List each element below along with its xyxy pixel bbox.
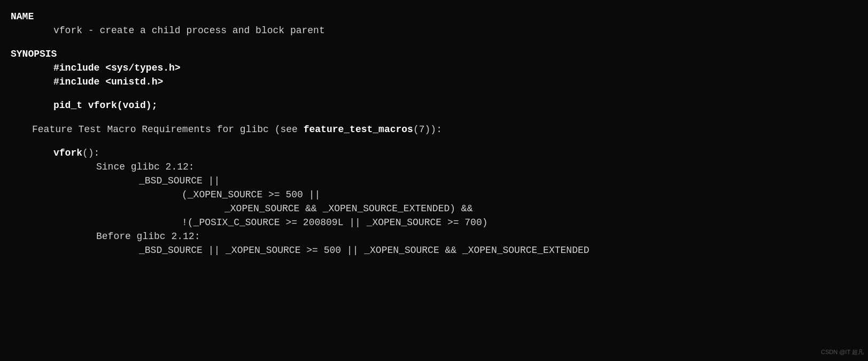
- vfork-signature: pid_t vfork(void);: [11, 98, 857, 112]
- name-child-word: child: [152, 25, 181, 36]
- bsd-source-line: _BSD_SOURCE ||: [11, 174, 857, 188]
- posix-source-line: !(_POSIX_C_SOURCE >= 200809L || _XOPEN_S…: [11, 216, 857, 229]
- name-description: vfork - create a child process and block…: [11, 24, 857, 37]
- bsd-source-before-line: _BSD_SOURCE || _XOPEN_SOURCE >= 500 || _…: [11, 243, 857, 257]
- include-unistd: #include <unistd.h>: [11, 75, 857, 89]
- feature-test-macros-ref: feature_test_macros: [304, 124, 413, 135]
- watermark: CSDN @IT 超凡: [821, 348, 864, 357]
- vfork-entry: vfork():: [11, 146, 857, 160]
- man-page-content: NAME vfork - create a child process and …: [11, 10, 857, 257]
- since-glibc-line: Since glibc 2.12:: [11, 160, 857, 174]
- name-header: NAME: [11, 10, 857, 24]
- xopen-source-line: (_XOPEN_SOURCE >= 500 ||: [11, 188, 857, 202]
- synopsis-header: SYNOPSIS: [11, 47, 857, 61]
- feature-test-line: Feature Test Macro Requirements for glib…: [11, 122, 857, 136]
- name-section: NAME vfork - create a child process and …: [11, 10, 857, 37]
- xopen-extended-line: _XOPEN_SOURCE && _XOPEN_SOURCE_EXTENDED)…: [11, 202, 857, 216]
- include-types: #include <sys/types.h>: [11, 61, 857, 75]
- synopsis-section: SYNOPSIS #include <sys/types.h> #include…: [11, 47, 857, 257]
- before-glibc-line: Before glibc 2.12:: [11, 229, 857, 243]
